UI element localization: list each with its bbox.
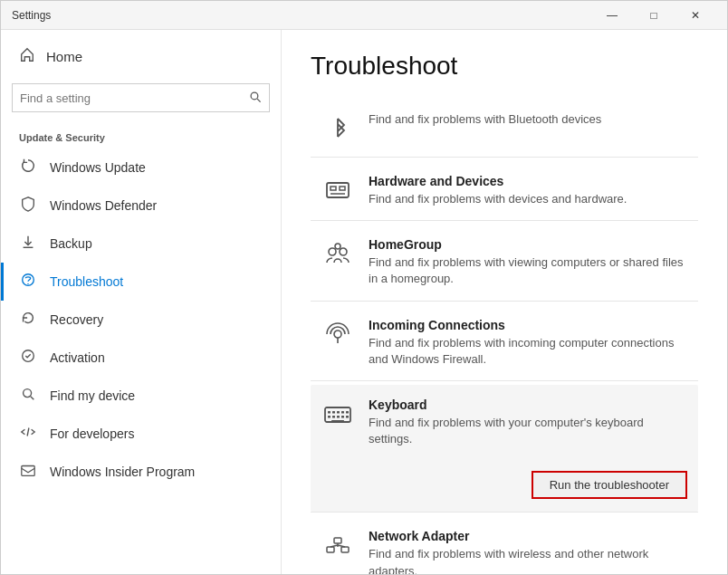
search-input[interactable]: [20, 91, 249, 105]
close-button[interactable]: ✕: [675, 1, 716, 30]
keyboard-desc: Find and fix problems with your computer…: [369, 415, 687, 447]
svg-rect-21: [328, 411, 330, 414]
homegroup-name: HomeGroup: [369, 237, 687, 252]
troubleshoot-icon: [19, 272, 37, 292]
nav-label-windows-defender: Windows Defender: [50, 198, 157, 213]
bluetooth-desc: Find and fix problems with Bluetooth dev…: [369, 111, 687, 128]
svg-line-36: [330, 545, 338, 547]
svg-rect-27: [332, 416, 335, 418]
svg-point-5: [27, 283, 28, 284]
sidebar-item-for-developers[interactable]: For developers: [1, 415, 281, 453]
svg-rect-10: [22, 466, 34, 476]
nav-label-find-my-device: Find my device: [50, 388, 135, 403]
list-item[interactable]: Hardware and Devices Find and fix proble…: [311, 161, 698, 220]
svg-rect-25: [346, 411, 349, 414]
backup-icon: [19, 234, 37, 254]
divider: [311, 512, 698, 513]
list-item[interactable]: Incoming Connections Find and fix proble…: [311, 305, 698, 380]
update-icon: [19, 158, 37, 177]
search-icon: [249, 91, 262, 106]
search-box[interactable]: [12, 83, 270, 112]
svg-point-16: [340, 248, 347, 255]
divider: [311, 157, 698, 158]
recovery-icon: [19, 310, 37, 330]
sidebar-item-recovery[interactable]: Recovery: [1, 301, 281, 339]
svg-point-17: [335, 244, 340, 249]
network-icon: [321, 529, 354, 561]
titlebar: Settings — □ ✕: [1, 1, 727, 30]
window-controls: — □ ✕: [591, 1, 716, 30]
sidebar-item-activation[interactable]: Activation: [1, 339, 281, 377]
hardware-icon: [321, 174, 354, 206]
list-item[interactable]: HomeGroup Find and fix problems with vie…: [311, 225, 698, 300]
home-label: Home: [46, 49, 82, 64]
svg-rect-28: [337, 416, 340, 418]
divider: [311, 301, 698, 302]
svg-point-15: [329, 248, 336, 255]
svg-line-9: [27, 428, 29, 436]
sidebar-item-windows-update[interactable]: Windows Update: [1, 149, 281, 187]
run-troubleshooter-button[interactable]: Run the troubleshooter: [532, 471, 687, 499]
content-area: Home Update & Security: [1, 30, 727, 574]
nav-label-recovery: Recovery: [50, 312, 103, 327]
svg-rect-22: [332, 411, 335, 414]
svg-line-1: [257, 99, 261, 102]
svg-rect-31: [331, 420, 344, 423]
page-title: Troubleshoot: [311, 52, 698, 81]
svg-rect-34: [334, 538, 341, 543]
bluetooth-icon: [321, 111, 354, 144]
divider: [311, 380, 698, 381]
run-btn-container: Run the troubleshooter: [321, 471, 687, 499]
sidebar: Home Update & Security: [1, 30, 282, 574]
nav-label-windows-insider: Windows Insider Program: [50, 465, 195, 479]
svg-line-8: [31, 397, 34, 400]
connections-icon: [321, 318, 354, 350]
nav-label-windows-update: Windows Update: [50, 160, 146, 175]
connections-desc: Find and fix problems with incoming comp…: [369, 335, 687, 368]
keyboard-name: Keyboard: [369, 398, 687, 412]
list-item[interactable]: Network Adapter Find and fix problems wi…: [311, 516, 698, 574]
hardware-name: Hardware and Devices: [369, 174, 687, 188]
find-icon: [19, 386, 37, 406]
sidebar-item-windows-defender[interactable]: Windows Defender: [1, 187, 281, 225]
svg-rect-26: [328, 416, 330, 418]
homegroup-icon: [321, 237, 354, 270]
svg-rect-33: [341, 547, 349, 552]
sidebar-item-home[interactable]: Home: [1, 30, 281, 83]
svg-point-18: [334, 331, 341, 338]
list-item[interactable]: Find and fix problems with Bluetooth dev…: [311, 99, 698, 157]
nav-label-troubleshoot: Troubleshoot: [50, 274, 123, 289]
nav-label-activation: Activation: [50, 350, 105, 365]
svg-rect-29: [341, 416, 344, 418]
homegroup-desc: Find and fix problems with viewing compu…: [369, 254, 687, 287]
svg-rect-13: [340, 187, 345, 190]
sidebar-item-backup[interactable]: Backup: [1, 225, 281, 263]
network-desc: Find and fix problems with wireless and …: [369, 546, 687, 574]
maximize-button[interactable]: □: [633, 1, 675, 30]
home-icon: [19, 46, 35, 67]
hardware-desc: Find and fix problems with devices and h…: [369, 191, 687, 207]
svg-rect-12: [330, 187, 336, 190]
section-label: Update & Security: [1, 123, 281, 149]
sidebar-item-troubleshoot[interactable]: Troubleshoot: [1, 263, 281, 301]
svg-point-7: [24, 389, 32, 398]
minimize-button[interactable]: —: [591, 1, 633, 30]
settings-window: Settings — □ ✕ Home: [0, 0, 728, 575]
connections-name: Incoming Connections: [369, 318, 687, 332]
nav-label-backup: Backup: [50, 236, 92, 251]
insider-icon: [19, 462, 37, 482]
svg-rect-23: [337, 411, 340, 414]
sidebar-item-windows-insider[interactable]: Windows Insider Program: [1, 453, 281, 491]
main-panel: Troubleshoot Find and fix problems with …: [282, 30, 727, 574]
svg-line-37: [338, 545, 345, 547]
nav-label-for-developers: For developers: [50, 426, 134, 441]
svg-rect-30: [346, 416, 349, 418]
shield-icon: [19, 196, 37, 216]
svg-rect-24: [341, 411, 344, 414]
svg-point-0: [251, 92, 258, 100]
window-title: Settings: [12, 9, 591, 22]
developers-icon: [19, 424, 37, 444]
sidebar-item-find-my-device[interactable]: Find my device: [1, 377, 281, 415]
divider: [311, 220, 698, 221]
keyboard-item[interactable]: Keyboard Find and fix problems with your…: [311, 385, 698, 512]
